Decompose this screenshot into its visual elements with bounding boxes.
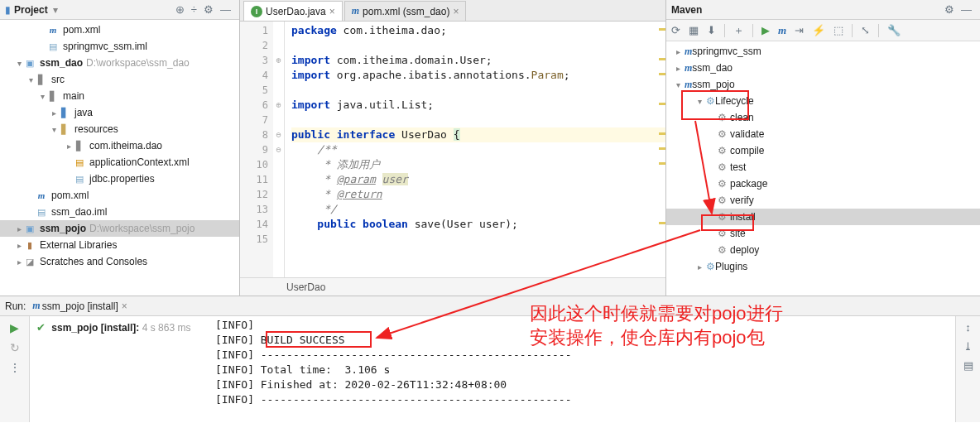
gear-icon[interactable]: ⚙ [200,3,217,16]
run-duration: 4 s 863 ms [142,322,191,334]
maven-title: Maven [671,4,702,16]
folder-icon: ▮ [5,4,11,16]
close-icon[interactable]: × [122,300,127,312]
tree-item[interactable]: mpom.xml [0,22,239,38]
maven-tree[interactable]: ▸mspringmvc_ssm▸mssm_dao▾mssm_pojo▾⚙Life… [666,41,980,296]
project-title: Project [14,4,48,16]
rerun-icon[interactable]: ▶ [10,321,19,334]
collapse-icon[interactable]: ÷ [188,3,200,16]
editor-tab[interactable]: IUserDao.java× [243,1,343,21]
tree-item[interactable]: ▸▣ssm_pojoD:\workspace\ssm_pojo [0,220,239,237]
hide-icon[interactable]: — [958,3,975,16]
gear-icon[interactable]: ⚙ [941,3,958,16]
tree-item[interactable]: mpom.xml [0,187,239,204]
close-icon[interactable]: × [329,6,335,17]
tree-item[interactable]: ▸◪Scratches and Consoles [0,253,239,270]
maven-item[interactable]: ▸mspringmvc_ssm [666,43,980,60]
close-icon[interactable]: × [453,6,459,17]
soft-wrap-icon[interactable]: ↕ [965,321,971,334]
maven-item[interactable]: ⚙deploy [666,242,980,258]
maven-item[interactable]: ⚙install [666,209,980,225]
run-status: ✔ ssm_pojo [install]: 4 s 863 ms [30,316,212,422]
maven-item[interactable]: ▾mssm_pojo [666,76,980,93]
breadcrumb[interactable]: UserDao [240,277,665,296]
maven-item[interactable]: ⚙clean [666,109,980,126]
tree-item[interactable]: ▾▋resources [0,121,239,137]
maven-item[interactable]: ▸⚙Plugins [666,258,980,275]
run-header: Run: m ssm_pojo [install] × [0,296,980,316]
offline-icon[interactable]: ⚡ [812,24,825,36]
maven-item[interactable]: ⚙compile [666,142,980,159]
maven-item[interactable]: ⚙package [666,175,980,192]
run-config-name: ssm_pojo [install]: [51,322,139,334]
more-icon[interactable]: ⋮ [9,361,21,374]
add-icon[interactable]: ＋ [733,23,744,38]
dropdown-icon[interactable]: ▾ [53,4,58,16]
maven-item[interactable]: ⚙site [666,225,980,242]
run-left-toolbar: ▶ ↻ ⋮ [0,316,30,422]
run-tab-label[interactable]: ssm_pojo [install] [42,300,118,312]
tree-item[interactable]: ▤jdbc.properties [0,171,239,187]
download-icon[interactable]: ⬇ [707,24,716,36]
tree-item[interactable]: ▸▋com.itheima.dao [0,137,239,154]
fold-column[interactable]: ⊕⊕⊖⊖ [273,22,285,277]
maven-header: Maven ⚙ — [666,0,980,20]
dependencies-icon[interactable]: ⬚ [833,24,843,36]
tree-item[interactable]: ▸▋java [0,104,239,121]
stop-icon[interactable]: ↻ [10,341,20,354]
maven-icon: m [32,300,40,312]
tree-item[interactable]: ▾▋main [0,88,239,104]
select-opened-icon[interactable]: ⊕ [172,3,188,16]
run-right-toolbar: ↕ ⤓ ▤ [955,316,980,422]
tree-item[interactable]: ▸▮External Libraries [0,237,239,253]
editor-panel: IUserDao.java×mpom.xml (ssm_dao)× 123456… [240,0,665,296]
maven-icon[interactable]: m [778,24,786,37]
line-gutter: 123456789101112131415 [240,22,273,277]
maven-panel: Maven ⚙ — ⟳ ▦ ⬇ ＋ ▶ m ⇥ ⚡ ⬚ ⤡ 🔧 ▸mspring… [665,0,980,296]
success-icon: ✔ [36,321,46,334]
tree-item[interactable]: ▤ssm_dao.iml [0,204,239,220]
editor-tabs: IUserDao.java×mpom.xml (ssm_dao)× [240,0,665,22]
console-output[interactable]: [INFO] [INFO] BUILD SUCCESS[INFO] ------… [212,316,955,422]
run-panel: Run: m ssm_pojo [install] × ▶ ↻ ⋮ ✔ ssm_… [0,296,980,422]
maven-item[interactable]: ▸mssm_dao [666,60,980,76]
wrench-icon[interactable]: 🔧 [887,24,901,36]
collapse-all-icon[interactable]: ⤡ [861,24,870,36]
scroll-end-icon[interactable]: ⤓ [963,340,973,353]
run-title: Run: [5,300,26,312]
hide-icon[interactable]: — [217,3,234,16]
maven-item[interactable]: ▾⚙Lifecycle [666,93,980,109]
project-panel: ▮ Project ▾ ⊕ ÷ ⚙ — mpom.xml▤springmvc_s… [0,0,240,296]
breadcrumb-item[interactable]: UserDao [286,281,325,293]
editor-body[interactable]: 123456789101112131415 ⊕⊕⊖⊖ package com.i… [240,22,665,277]
tree-item[interactable]: ▤springmvc_ssm.iml [0,38,239,55]
code-area[interactable]: package com.itheima.dao;import com.ithei… [285,22,665,277]
maven-item[interactable]: ⚙validate [666,126,980,142]
generate-icon[interactable]: ▦ [689,24,699,36]
project-header: ▮ Project ▾ ⊕ ÷ ⚙ — [0,0,239,20]
maven-item[interactable]: ⚙test [666,159,980,175]
print-icon[interactable]: ▤ [963,359,973,372]
skip-tests-icon[interactable]: ⇥ [795,24,804,36]
tree-item[interactable]: ▾▋src [0,71,239,88]
tree-item[interactable]: ▤applicationContext.xml [0,154,239,171]
editor-tab[interactable]: mpom.xml (ssm_dao)× [344,1,467,21]
maven-toolbar: ⟳ ▦ ⬇ ＋ ▶ m ⇥ ⚡ ⬚ ⤡ 🔧 [666,20,980,41]
marker-column [657,22,665,277]
maven-item[interactable]: ⚙verify [666,192,980,209]
reimport-icon[interactable]: ⟳ [671,24,680,36]
project-tree[interactable]: mpom.xml▤springmvc_ssm.iml▾▣ssm_daoD:\wo… [0,20,239,296]
tree-item[interactable]: ▾▣ssm_daoD:\workspace\ssm_dao [0,55,239,71]
run-icon[interactable]: ▶ [761,24,770,36]
